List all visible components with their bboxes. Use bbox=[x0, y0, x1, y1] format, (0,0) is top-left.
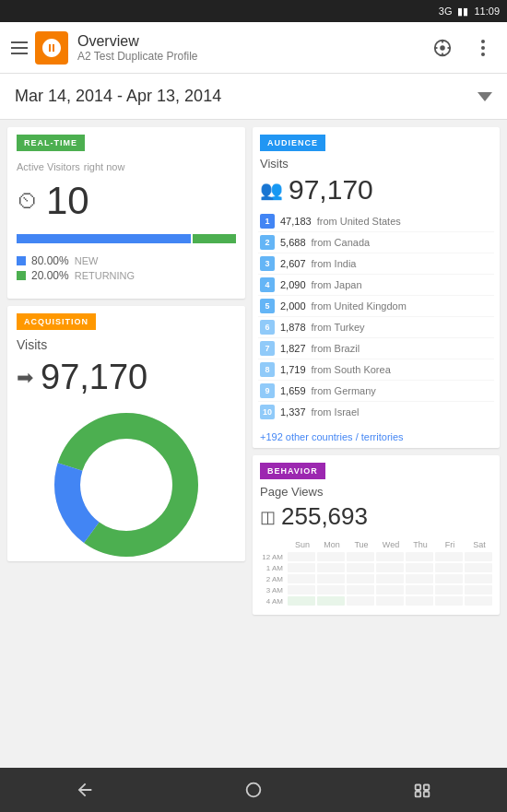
pageviews-number: 255,693 bbox=[281, 502, 368, 531]
rank-badge: 6 bbox=[260, 320, 275, 335]
heatmap-day-label: Sun bbox=[289, 540, 315, 549]
heatmap-day-label: Wed bbox=[378, 540, 404, 549]
rank-badge: 2 bbox=[260, 235, 275, 250]
date-range-bar[interactable]: Mar 14, 2014 - Apr 13, 2014 bbox=[0, 74, 507, 120]
country-name: from Brazil bbox=[312, 343, 360, 354]
other-countries-text: +192 other countries / territories bbox=[253, 428, 500, 448]
heatmap-cell bbox=[465, 563, 492, 572]
heatmap-row: 3 AM bbox=[260, 585, 492, 594]
country-name: from United States bbox=[317, 216, 401, 227]
more-options-icon[interactable] bbox=[470, 35, 496, 61]
heatmap-cell bbox=[376, 574, 404, 583]
battery-icon: ▮▮ bbox=[457, 6, 468, 18]
new-percent: 80.00% bbox=[31, 254, 69, 267]
country-name: from South Korea bbox=[312, 364, 391, 375]
heatmap-cell bbox=[406, 585, 433, 594]
time-display: 11:09 bbox=[474, 6, 500, 17]
heatmap-cell bbox=[406, 574, 433, 583]
svg-point-12 bbox=[247, 783, 261, 797]
heatmap-cell bbox=[376, 552, 404, 561]
heatmap-time-label: 1 AM bbox=[260, 564, 286, 572]
heatmap-cell bbox=[347, 563, 374, 572]
hamburger-menu[interactable] bbox=[11, 41, 28, 54]
pageviews-count-row: ◫ 255,693 bbox=[253, 500, 500, 536]
svg-point-8 bbox=[481, 53, 485, 56]
heatmap-cell bbox=[317, 552, 345, 561]
pageviews-label: Page Views bbox=[253, 479, 500, 500]
acquisition-card: ACQUISITION Visits ➡ 97,170 bbox=[7, 306, 245, 561]
country-name: from Israel bbox=[312, 406, 360, 418]
returning-label: RETURNING bbox=[75, 270, 135, 281]
heatmap-cell bbox=[406, 596, 433, 606]
list-item: 9 1,659 from Germany bbox=[258, 381, 494, 402]
new-dot bbox=[17, 256, 26, 265]
heatmap-cell bbox=[435, 574, 463, 583]
heatmap-cell bbox=[376, 596, 404, 606]
grid-icon: ◫ bbox=[260, 507, 276, 527]
heatmap-cell bbox=[435, 585, 463, 594]
country-count: 5,688 bbox=[280, 237, 306, 248]
audience-visits-label: Visits bbox=[253, 151, 500, 172]
rank-badge: 4 bbox=[260, 277, 275, 292]
svg-point-7 bbox=[481, 46, 485, 50]
svg-rect-16 bbox=[424, 792, 430, 797]
country-count: 1,878 bbox=[280, 322, 306, 333]
list-item: 5 2,000 from United Kingdom bbox=[258, 296, 494, 317]
rank-badge: 1 bbox=[260, 214, 275, 229]
acquisition-visits-count-row: ➡ 97,170 bbox=[7, 354, 245, 405]
heatmap-cell bbox=[317, 563, 345, 572]
recents-button[interactable] bbox=[412, 780, 432, 800]
audience-card: AUDIENCE Visits 👥 97,170 1 47,183 from U… bbox=[253, 127, 500, 448]
heatmap-row: 4 AM bbox=[260, 596, 492, 606]
acquisition-tag-row: ACQUISITION bbox=[7, 306, 245, 330]
arrow-right-icon: ➡ bbox=[17, 366, 33, 390]
realtime-tag-row: REAL-TIME bbox=[7, 127, 245, 151]
rank-badge: 9 bbox=[260, 383, 275, 398]
app-title-group: Overview A2 Test Duplicate Profile bbox=[77, 33, 430, 63]
donut-chart bbox=[7, 405, 245, 561]
svg-rect-14 bbox=[424, 785, 430, 791]
heatmap-time-label: 12 AM bbox=[260, 553, 286, 561]
target-icon-btn[interactable] bbox=[430, 35, 455, 61]
home-button[interactable] bbox=[243, 780, 264, 800]
heatmap-time-label: 2 AM bbox=[260, 575, 286, 583]
app-bar-actions bbox=[430, 35, 496, 61]
visitor-progress-bar bbox=[17, 234, 236, 243]
right-column: AUDIENCE Visits 👥 97,170 1 47,183 from U… bbox=[253, 127, 500, 762]
heatmap-cell bbox=[317, 585, 345, 594]
heatmap-cell bbox=[288, 585, 315, 594]
country-name: from United Kingdom bbox=[312, 300, 407, 312]
country-name: from Japan bbox=[312, 279, 362, 290]
date-range-text: Mar 14, 2014 - Apr 13, 2014 bbox=[15, 87, 221, 106]
heatmap-time-label: 3 AM bbox=[260, 586, 286, 594]
heatmap-row: 2 AM bbox=[260, 574, 492, 583]
svg-rect-13 bbox=[416, 785, 421, 791]
heatmap-cell bbox=[465, 596, 492, 606]
clock-icon: ⏲ bbox=[17, 188, 39, 214]
returning-visitors-bar bbox=[193, 234, 236, 243]
heatmap-day-label: Tue bbox=[348, 540, 374, 549]
rank-badge: 7 bbox=[260, 341, 275, 356]
country-name: from India bbox=[312, 258, 357, 269]
country-count: 2,607 bbox=[280, 258, 306, 269]
behavior-card: BEHAVIOR Page Views ◫ 255,693 SunMonTueW… bbox=[253, 455, 500, 615]
heatmap-cell bbox=[376, 563, 404, 572]
svg-rect-15 bbox=[416, 792, 421, 797]
list-item: 3 2,607 from India bbox=[258, 253, 494, 275]
app-title: Overview bbox=[77, 33, 430, 50]
back-button[interactable] bbox=[75, 780, 95, 800]
returning-legend-item: 20.00% RETURNING bbox=[17, 269, 236, 282]
country-name: from Turkey bbox=[312, 322, 365, 333]
heatmap-cell bbox=[347, 552, 374, 561]
heatmap-day-label: Thu bbox=[407, 540, 433, 549]
app-bar: Overview A2 Test Duplicate Profile bbox=[0, 22, 507, 74]
new-visitors-bar bbox=[17, 234, 191, 243]
country-count: 2,090 bbox=[280, 279, 306, 290]
country-count: 47,183 bbox=[280, 216, 312, 227]
rank-badge: 3 bbox=[260, 256, 275, 271]
country-count: 1,827 bbox=[280, 343, 306, 354]
new-label: NEW bbox=[75, 255, 99, 266]
list-item: 6 1,878 from Turkey bbox=[258, 317, 494, 338]
heatmap-cell bbox=[317, 574, 345, 583]
app-logo bbox=[35, 31, 68, 65]
